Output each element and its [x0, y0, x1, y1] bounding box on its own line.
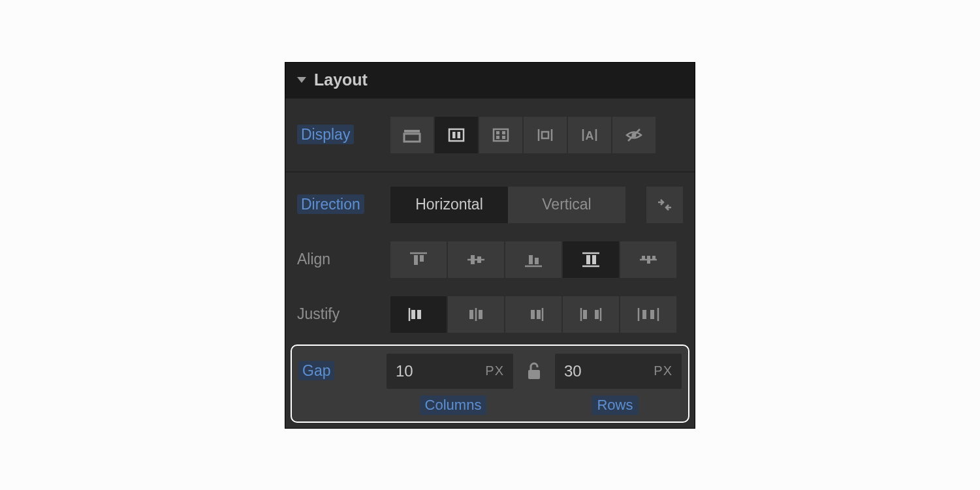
display-row: Display A — [285, 99, 695, 172]
wrap-toggle-button[interactable] — [646, 187, 683, 223]
svg-rect-29 — [586, 255, 590, 264]
display-block-button[interactable] — [390, 117, 434, 153]
justify-center-button[interactable] — [448, 296, 504, 333]
justify-row: Justify — [285, 287, 695, 342]
svg-rect-12 — [542, 132, 548, 138]
svg-rect-37 — [417, 310, 421, 319]
svg-rect-52 — [528, 370, 540, 379]
gap-columns-unit[interactable]: PX — [485, 363, 504, 378]
align-end-button[interactable] — [505, 241, 561, 278]
svg-rect-30 — [592, 255, 596, 264]
svg-rect-20 — [420, 255, 424, 262]
svg-rect-19 — [414, 255, 418, 265]
svg-rect-2 — [449, 129, 464, 141]
direction-row: Direction Horizontal Vertical — [285, 172, 695, 232]
svg-rect-7 — [502, 131, 505, 134]
gap-columns-label: Columns — [420, 395, 487, 415]
align-stretch-button[interactable] — [563, 241, 619, 278]
direction-horizontal-button[interactable]: Horizontal — [390, 187, 508, 223]
svg-rect-9 — [502, 136, 505, 139]
section-header[interactable]: Layout — [285, 63, 695, 99]
svg-rect-39 — [469, 310, 473, 319]
svg-rect-51 — [650, 310, 654, 319]
svg-rect-43 — [537, 310, 541, 319]
align-baseline-button[interactable] — [620, 241, 676, 278]
display-none-button[interactable] — [612, 117, 656, 153]
svg-line-17 — [628, 129, 640, 141]
justify-between-button[interactable] — [563, 296, 619, 333]
unlock-icon — [526, 361, 543, 381]
svg-rect-4 — [458, 132, 461, 138]
chevron-down-icon — [297, 77, 306, 83]
gap-rows-unit[interactable]: PX — [654, 363, 672, 378]
svg-rect-25 — [529, 255, 533, 264]
section-title: Layout — [314, 70, 368, 89]
display-label: Display — [297, 125, 354, 144]
svg-rect-0 — [404, 130, 420, 132]
svg-rect-36 — [411, 310, 415, 319]
align-label: Align — [297, 251, 379, 268]
svg-rect-47 — [595, 310, 599, 319]
align-start-button[interactable] — [390, 241, 447, 278]
gap-lock-toggle[interactable] — [520, 361, 548, 381]
svg-rect-46 — [583, 310, 587, 319]
svg-rect-1 — [404, 134, 420, 142]
layout-panel: Layout Display A Directio — [285, 62, 695, 429]
gap-rows-input[interactable]: 30 PX — [555, 354, 682, 389]
justify-options — [390, 296, 676, 333]
direction-vertical-button[interactable]: Vertical — [508, 187, 625, 223]
direction-label: Direction — [297, 194, 364, 214]
display-options: A — [390, 117, 656, 153]
align-options — [390, 241, 676, 278]
svg-rect-8 — [496, 136, 499, 139]
display-inline-button[interactable]: A — [568, 117, 611, 153]
svg-rect-50 — [642, 310, 646, 319]
svg-rect-42 — [531, 310, 535, 319]
gap-rows-label: Rows — [592, 395, 638, 415]
direction-options: Horizontal Vertical — [390, 187, 625, 223]
gap-section: Gap 10 PX 30 PX Columns Rows — [291, 345, 689, 423]
svg-rect-40 — [479, 310, 482, 319]
justify-label: Justify — [297, 305, 379, 323]
gap-rows-value: 30 — [564, 362, 582, 380]
svg-text:A: A — [586, 129, 594, 142]
svg-rect-33 — [647, 256, 650, 264]
gap-label: Gap — [298, 361, 334, 380]
display-grid-button[interactable] — [479, 117, 522, 153]
svg-rect-5 — [494, 129, 508, 141]
justify-end-button[interactable] — [505, 296, 561, 333]
justify-around-button[interactable] — [620, 296, 676, 333]
display-flex-button[interactable] — [435, 117, 478, 153]
svg-rect-26 — [535, 258, 539, 264]
svg-rect-34 — [652, 256, 656, 260]
align-row: Align — [285, 232, 695, 287]
gap-columns-value: 10 — [396, 362, 413, 380]
gap-columns-input[interactable]: 10 PX — [387, 354, 513, 389]
svg-rect-6 — [496, 131, 499, 134]
svg-rect-23 — [477, 256, 481, 263]
display-inline-block-button[interactable] — [524, 117, 567, 153]
align-center-button[interactable] — [448, 241, 504, 278]
justify-start-button[interactable] — [390, 296, 447, 333]
svg-rect-32 — [642, 256, 645, 260]
svg-rect-3 — [452, 132, 456, 138]
svg-rect-22 — [471, 255, 475, 264]
